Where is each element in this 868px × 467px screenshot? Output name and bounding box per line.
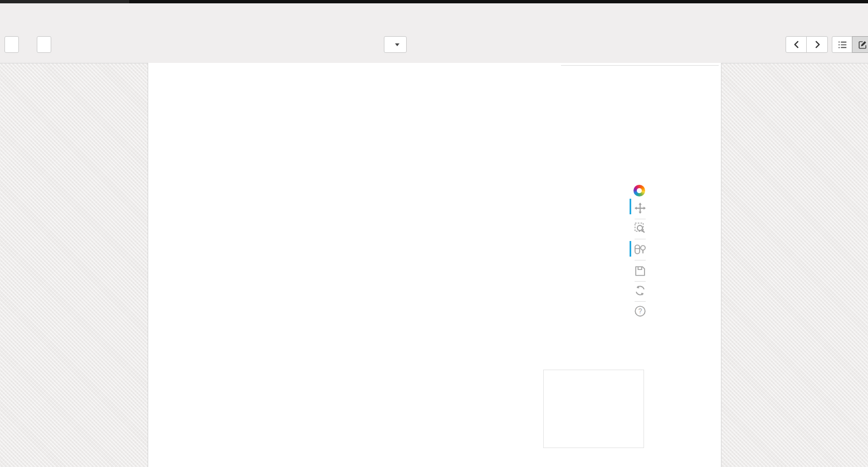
chevron-down-icon (395, 43, 399, 46)
active-tool-indicator (630, 241, 631, 257)
svg-text:?: ? (638, 307, 642, 315)
action-dropdown-button[interactable] (384, 36, 407, 53)
pager-previous-button[interactable] (786, 36, 807, 53)
tool-divider (635, 281, 646, 282)
chevron-right-icon (813, 40, 822, 49)
tool-divider (635, 301, 646, 302)
box-zoom-tool-icon[interactable] (634, 222, 646, 234)
reset-tool-icon[interactable] (634, 284, 646, 297)
clipped-field-text (585, 58, 652, 63)
chart-legend (543, 370, 644, 448)
pager-next-button[interactable] (806, 36, 828, 53)
active-tool-indicator (630, 199, 631, 214)
control-panel (0, 3, 868, 63)
edit-button[interactable] (4, 36, 19, 53)
switch-list-view-button[interactable] (832, 36, 853, 53)
help-tool-icon[interactable]: ? (634, 305, 646, 317)
pan-tool-icon[interactable] (634, 202, 646, 214)
tool-divider (635, 219, 646, 219)
tool-divider (635, 239, 646, 239)
form-view-icon (858, 40, 867, 50)
create-button[interactable] (37, 36, 51, 53)
switch-form-view-button[interactable] (852, 36, 868, 53)
breadcrumb (4, 8, 11, 21)
wheel-zoom-tool-icon[interactable] (634, 243, 646, 255)
list-view-icon (838, 40, 847, 50)
clipped-row-border (561, 65, 719, 66)
chevron-left-icon (792, 40, 801, 49)
bokeh-logo-icon[interactable] (633, 185, 645, 196)
page: ? (0, 0, 868, 467)
save-tool-icon[interactable] (634, 265, 646, 277)
tool-divider (635, 260, 646, 260)
